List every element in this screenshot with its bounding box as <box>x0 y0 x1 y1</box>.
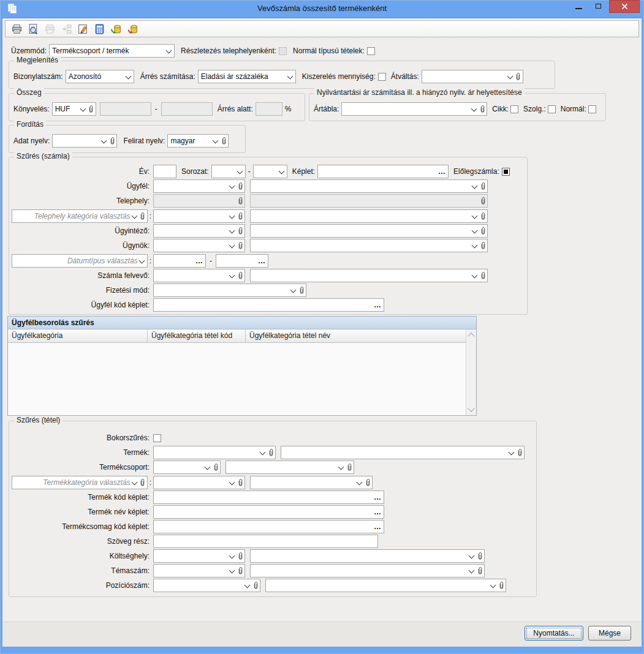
dropdown-arrow-icon[interactable] <box>228 180 237 192</box>
paperclip-icon[interactable] <box>479 239 487 252</box>
browse-button[interactable]: … <box>374 495 381 499</box>
dropdown-arrow-icon[interactable] <box>228 239 237 252</box>
dropdown-arrow-icon[interactable] <box>138 255 146 267</box>
topic-number-name-select[interactable] <box>250 564 485 577</box>
normal-checkbox[interactable] <box>588 105 596 113</box>
paperclip-icon[interactable] <box>88 103 95 115</box>
browse-button[interactable]: … <box>438 170 445 173</box>
product-code-select[interactable] <box>153 446 276 459</box>
calculator-icon[interactable] <box>93 22 106 36</box>
dropdown-arrow-icon[interactable] <box>228 565 237 577</box>
normal-items-checkbox[interactable] <box>367 47 375 55</box>
print-preview-icon[interactable] <box>26 22 40 36</box>
database-import-icon[interactable] <box>109 22 123 36</box>
browse-button[interactable]: … <box>374 525 381 528</box>
position-number-code-select[interactable] <box>153 579 260 592</box>
dropdown-arrow-icon[interactable] <box>131 476 139 489</box>
browse-button[interactable]: … <box>374 303 381 307</box>
dropdown-arrow-icon[interactable] <box>471 225 479 237</box>
text-part-field[interactable] <box>153 535 378 548</box>
dropdown-arrow-icon[interactable] <box>79 103 88 115</box>
cost-center-name-select[interactable] <box>250 549 485 563</box>
dropdown-arrow-icon[interactable] <box>289 284 298 296</box>
date-from-field[interactable]: … <box>153 254 206 268</box>
dropdown-arrow-icon[interactable] <box>506 70 515 83</box>
column-header-category-item-name[interactable]: Ügyfélkategória tétel név <box>246 329 466 343</box>
paperclip-icon[interactable] <box>516 446 523 459</box>
paperclip-icon[interactable] <box>237 269 244 282</box>
dropdown-arrow-icon[interactable] <box>228 476 237 489</box>
dropdown-arrow-icon[interactable] <box>507 446 516 459</box>
product-category-select[interactable]: Termékkategória választás <box>12 476 148 489</box>
scroll-down-icon[interactable] <box>468 405 474 412</box>
dropdown-arrow-icon[interactable] <box>468 550 476 562</box>
edit-template-icon[interactable] <box>76 22 89 36</box>
clerk-name-select[interactable] <box>250 224 488 238</box>
product-category-name-select[interactable] <box>250 476 373 489</box>
paperclip-icon[interactable] <box>515 70 522 83</box>
paperclip-icon[interactable] <box>298 284 305 296</box>
close-button[interactable] <box>609 0 640 13</box>
customer-name-select[interactable] <box>250 179 488 193</box>
series-from-select[interactable] <box>211 165 246 178</box>
site-category-name-select[interactable] <box>250 209 488 223</box>
paperclip-icon[interactable] <box>220 135 227 147</box>
product-name-select[interactable] <box>281 446 525 459</box>
browse-button[interactable]: … <box>195 259 203 263</box>
dropdown-arrow-icon[interactable] <box>259 446 267 459</box>
customer-code-select[interactable] <box>153 179 245 193</box>
agent-code-select[interactable] <box>153 239 245 252</box>
paperclip-icon[interactable] <box>237 565 244 577</box>
product-group-name-select[interactable] <box>225 460 354 474</box>
dropdown-arrow-icon[interactable] <box>243 579 252 592</box>
paperclip-icon[interactable] <box>479 103 486 115</box>
customer-code-formula-field[interactable]: … <box>153 298 384 312</box>
date-to-field[interactable]: … <box>216 254 268 268</box>
title-bar[interactable]: Vevőszámla összesítő termékenként <box>0 0 644 18</box>
paperclip-icon[interactable] <box>212 461 219 473</box>
paperclip-icon[interactable] <box>476 565 483 577</box>
dropdown-arrow-icon[interactable] <box>355 476 364 489</box>
clerk-code-select[interactable] <box>153 224 245 238</box>
advance-invoice-checkbox[interactable] <box>502 168 510 176</box>
service-checkbox[interactable] <box>548 105 556 113</box>
paperclip-icon[interactable] <box>267 446 275 459</box>
paperclip-icon[interactable] <box>237 550 244 562</box>
browse-button[interactable]: … <box>374 510 381 514</box>
dropdown-arrow-icon[interactable] <box>124 70 133 83</box>
dropdown-arrow-icon[interactable] <box>165 45 173 57</box>
database-export-icon[interactable] <box>126 22 139 36</box>
paperclip-icon[interactable] <box>237 239 244 252</box>
paperclip-icon[interactable] <box>139 476 146 489</box>
product-group-code-select[interactable] <box>153 460 221 474</box>
accounting-currency-select[interactable]: HUF <box>52 102 96 116</box>
table-body[interactable] <box>8 343 466 415</box>
caption-lang-select[interactable]: magyar <box>167 134 229 148</box>
paperclip-icon[interactable] <box>346 461 353 473</box>
dropdown-arrow-icon[interactable] <box>286 70 295 83</box>
dropdown-arrow-icon[interactable] <box>228 550 237 562</box>
paperclip-icon[interactable] <box>139 210 146 222</box>
dropdown-arrow-icon[interactable] <box>203 461 212 473</box>
data-lang-select[interactable] <box>52 134 117 148</box>
dropdown-arrow-icon[interactable] <box>211 135 220 147</box>
cost-center-code-select[interactable] <box>153 549 245 563</box>
mode-select[interactable]: Termékcsoport / termék <box>49 44 175 58</box>
product-code-formula-field[interactable]: … <box>153 491 384 504</box>
dropdown-arrow-icon[interactable] <box>228 210 237 222</box>
conversion-select[interactable] <box>422 70 523 83</box>
dropdown-arrow-icon[interactable] <box>236 165 244 178</box>
dropdown-arrow-icon[interactable] <box>278 165 286 178</box>
dropdown-arrow-icon[interactable] <box>100 135 108 147</box>
scroll-up-icon[interactable] <box>468 333 474 339</box>
paperclip-icon[interactable] <box>498 579 505 592</box>
cancel-button[interactable]: Mégse <box>588 626 631 641</box>
paperclip-icon[interactable] <box>479 225 487 237</box>
paperclip-icon[interactable] <box>476 550 483 562</box>
invoice-recorder-code-select[interactable] <box>153 269 245 282</box>
paperclip-icon[interactable] <box>237 210 244 222</box>
item-checkbox[interactable] <box>510 105 518 113</box>
print-button[interactable]: Nyomtatás... <box>525 626 583 641</box>
paperclip-icon[interactable] <box>237 476 244 489</box>
dropdown-arrow-icon[interactable] <box>468 565 476 577</box>
